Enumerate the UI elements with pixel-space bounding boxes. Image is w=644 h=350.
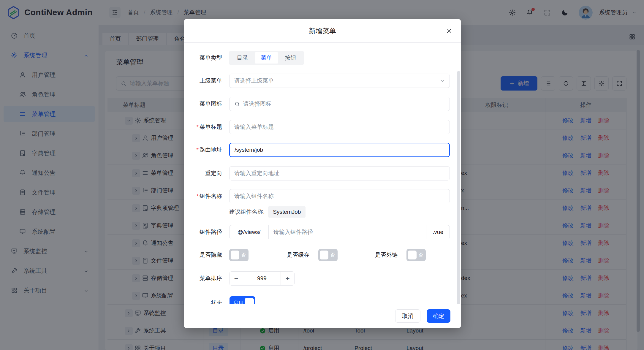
menu-icon-input[interactable]: 请选择图标 xyxy=(229,97,450,111)
field-label: 菜单类型 xyxy=(184,51,222,65)
field-component-path: 组件路径 @/views/ 请输入组件路径 .vue xyxy=(184,225,461,239)
input-placeholder: 请输入组件名称 xyxy=(234,192,274,200)
field-parent-menu: 上级菜单 请选择上级菜单 xyxy=(184,74,461,88)
field-label: 是否隐藏 xyxy=(184,248,222,262)
stepper-value: 999 xyxy=(243,272,281,285)
path-suffix: .vue xyxy=(426,225,450,239)
switch-knob xyxy=(408,251,417,259)
field-label: 上级菜单 xyxy=(184,74,222,88)
app-root: ContiNew Admin 首页/系统管理/菜单管理 系统管理员 首页系统管理… xyxy=(0,0,644,350)
field-label: 菜单排序 xyxy=(184,271,222,286)
component-path-input[interactable]: 请输入组件路径 xyxy=(269,225,426,239)
field-label: *菜单标题 xyxy=(184,120,222,134)
close-icon xyxy=(446,27,453,34)
field-label: 是否外链 xyxy=(359,248,398,262)
field-label: 是否缓存 xyxy=(271,248,309,262)
path-prefix: @/views/ xyxy=(230,225,269,239)
switch-knob xyxy=(231,251,239,259)
stepper-plus-button[interactable]: + xyxy=(281,272,294,285)
menu-title-input[interactable]: 请输入菜单标题 xyxy=(229,120,450,134)
menu-type-option-menu[interactable]: 菜单 xyxy=(255,52,278,64)
modal-scrollbar[interactable] xyxy=(457,71,460,304)
external-link-switch[interactable]: 否 xyxy=(406,249,426,261)
menu-type-option-button[interactable]: 按钮 xyxy=(279,52,302,64)
switch-label: 否 xyxy=(330,249,335,261)
modal-close-button[interactable] xyxy=(446,27,453,34)
field-menu-type: 菜单类型 目录 菜单 按钮 xyxy=(184,51,461,65)
confirm-button[interactable]: 确定 xyxy=(427,309,450,323)
field-redirect: 重定向 请输入重定向地址 xyxy=(184,166,461,180)
field-label: 状态 xyxy=(184,296,222,304)
required-mark: * xyxy=(197,147,199,153)
menu-type-option-directory[interactable]: 目录 xyxy=(231,52,254,64)
required-mark: * xyxy=(197,124,199,130)
menu-sort-stepper: − 999 + xyxy=(229,271,295,286)
modal-footer: 取消 确定 xyxy=(184,304,461,328)
switch-knob xyxy=(320,251,328,259)
search-icon xyxy=(234,101,240,107)
route-path-value: /system/job xyxy=(235,147,263,153)
field-label: 菜单图标 xyxy=(184,97,222,111)
route-path-input[interactable]: /system/job xyxy=(229,143,450,157)
switch-knob xyxy=(245,298,254,304)
input-placeholder: 请选择图标 xyxy=(243,100,271,108)
field-component-name: *组件名称 请输入组件名称 xyxy=(184,189,461,203)
field-label: *组件名称 xyxy=(184,189,222,203)
field-route-path: *路由地址 /system/job xyxy=(184,143,461,157)
status-switch[interactable]: 启用 xyxy=(230,296,255,304)
field-menu-title: *菜单标题 请输入菜单标题 xyxy=(184,120,461,134)
hint-label: 建议组件名称: xyxy=(229,208,265,216)
component-name-input[interactable]: 请输入组件名称 xyxy=(229,189,450,203)
switch-label: 否 xyxy=(241,249,246,261)
suggested-component-name[interactable]: SystemJob xyxy=(268,206,306,218)
chevron-down-icon xyxy=(440,78,445,83)
field-label: 组件路径 xyxy=(184,225,222,239)
field-menu-icon: 菜单图标 请选择图标 xyxy=(184,97,461,111)
switch-label: 启用 xyxy=(233,296,243,304)
select-placeholder: 请选择上级菜单 xyxy=(234,77,274,85)
cache-switch[interactable]: 否 xyxy=(318,249,338,261)
hidden-switch[interactable]: 否 xyxy=(229,249,249,261)
cancel-button[interactable]: 取消 xyxy=(395,309,420,323)
component-name-hint: 建议组件名称: SystemJob xyxy=(229,206,306,218)
redirect-input[interactable]: 请输入重定向地址 xyxy=(229,166,450,180)
modal-body: 菜单类型 目录 菜单 按钮 上级菜单 请选择上级菜单 菜单图标 请选择图标 xyxy=(184,43,461,304)
stepper-minus-button[interactable]: − xyxy=(230,272,243,285)
input-placeholder: 请输入菜单标题 xyxy=(234,123,274,131)
field-label: 重定向 xyxy=(184,166,222,180)
menu-type-segmented: 目录 菜单 按钮 xyxy=(229,51,304,65)
modal-header: 新增菜单 xyxy=(184,19,461,43)
switch-label: 否 xyxy=(418,249,423,261)
field-label: *路由地址 xyxy=(184,143,222,157)
component-path-group: @/views/ 请输入组件路径 .vue xyxy=(229,225,450,239)
add-menu-modal: 新增菜单 菜单类型 目录 菜单 按钮 上级菜单 请选择上级菜单 菜 xyxy=(184,19,461,328)
input-placeholder: 请输入重定向地址 xyxy=(234,170,279,177)
modal-title: 新增菜单 xyxy=(184,19,461,43)
field-status: 状态 启用 xyxy=(184,296,461,304)
field-switch-row: 是否隐藏 否 是否缓存 否 是否外链 否 xyxy=(184,248,461,262)
parent-menu-select[interactable]: 请选择上级菜单 xyxy=(229,74,450,88)
required-mark: * xyxy=(197,193,199,199)
field-menu-sort: 菜单排序 − 999 + xyxy=(184,271,461,286)
